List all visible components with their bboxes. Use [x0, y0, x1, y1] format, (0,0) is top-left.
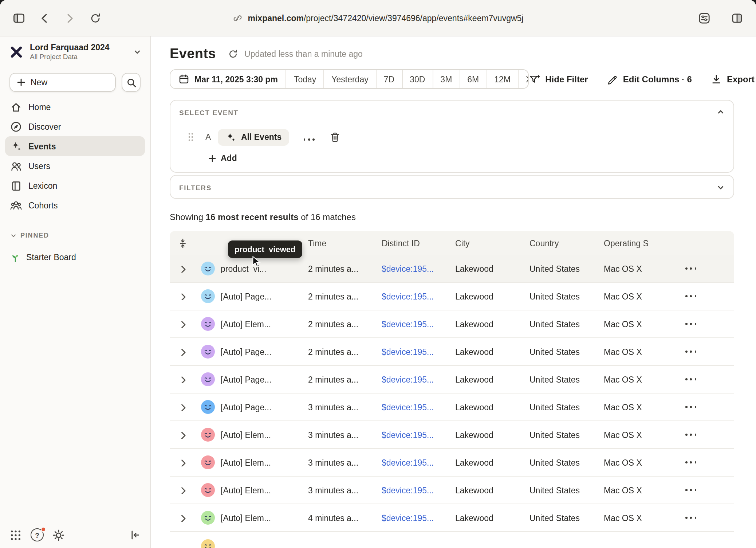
hide-filter-button[interactable]: Hide Filter: [528, 73, 588, 85]
table-row[interactable]: [Auto] Elem... 4 minutes a... $device:19…: [170, 504, 734, 532]
browser-sidebar-toggle-button[interactable]: [9, 8, 29, 28]
row-expand-button[interactable]: [170, 375, 196, 383]
row-menu-button[interactable]: [674, 267, 734, 270]
table-row[interactable]: [Auto] Page... 3 minutes a... $device:19…: [170, 394, 734, 421]
apps-grid-button[interactable]: [9, 529, 22, 541]
chevron-right-icon: [179, 375, 187, 383]
help-button[interactable]: ?: [31, 528, 44, 541]
export-button[interactable]: Export: [711, 74, 755, 85]
column-header-os[interactable]: Operating S: [604, 239, 674, 247]
row-expand-button[interactable]: [170, 320, 196, 328]
sidebar-item-home[interactable]: Home: [5, 97, 145, 117]
filter-icon: [528, 73, 540, 85]
back-button[interactable]: [34, 8, 55, 28]
os-cell: Mac OS X: [604, 347, 674, 356]
row-menu-button[interactable]: [674, 461, 734, 463]
row-expand-button[interactable]: [170, 486, 196, 494]
row-menu-button[interactable]: [674, 295, 734, 297]
sidebar-item-lexicon[interactable]: Lexicon: [5, 176, 145, 195]
table-row[interactable]: [Auto] Elem... 3 minutes a... $device:19…: [170, 477, 734, 504]
distinct-id-link[interactable]: $device:195...: [382, 264, 455, 273]
row-menu-button[interactable]: [674, 406, 734, 408]
row-expand-button[interactable]: [170, 265, 196, 273]
drag-handle[interactable]: [187, 131, 194, 143]
distinct-id-link[interactable]: $device:195...: [382, 292, 455, 301]
table-row[interactable]: [Auto] Page... 2 minutes a... $device:19…: [170, 338, 734, 366]
event-options-button[interactable]: [303, 130, 315, 144]
refresh-button[interactable]: [228, 49, 238, 59]
event-time-cell: 2 minutes a...: [308, 375, 382, 384]
event-selector-button[interactable]: All Events: [218, 129, 289, 145]
sidebar-item-discover[interactable]: Discover: [5, 117, 145, 136]
range-today[interactable]: Today: [286, 70, 323, 88]
table-row[interactable]: [Auto] Elem... 3 minutes a... $device:19…: [170, 449, 734, 477]
add-event-button[interactable]: Add: [208, 154, 237, 163]
reload-button[interactable]: [85, 8, 106, 28]
expand-filters-button[interactable]: [717, 184, 725, 192]
split-view-button[interactable]: [727, 8, 747, 28]
chevron-right-icon: [179, 320, 187, 328]
edit-columns-button[interactable]: Edit Columns · 6: [607, 74, 692, 85]
distinct-id-link[interactable]: $device:195...: [382, 403, 455, 411]
sidebar-item-cohorts[interactable]: Cohorts: [5, 195, 145, 215]
project-subtitle: All Project Data: [30, 52, 127, 60]
page-settings-button[interactable]: [694, 8, 714, 28]
distinct-id-link[interactable]: $device:195...: [382, 513, 455, 522]
row-menu-button[interactable]: [674, 434, 734, 436]
table-row[interactable]: [Auto] Elem... 2 minutes a... $device:19…: [170, 310, 734, 338]
row-expand-button[interactable]: [170, 348, 196, 356]
sidebar-item-users[interactable]: Users: [5, 156, 145, 176]
filters-header: FILTERS: [179, 184, 212, 192]
range-3m[interactable]: 3M: [432, 70, 459, 88]
distinct-id-link[interactable]: $device:195...: [382, 320, 455, 328]
address-bar[interactable]: mixpanel.com/project/3472420/view/397469…: [233, 0, 524, 36]
range-yesterday[interactable]: Yesterday: [323, 70, 375, 88]
distinct-id-link[interactable]: $device:195...: [382, 430, 455, 439]
row-expand-button[interactable]: [170, 514, 196, 522]
distinct-id-link[interactable]: $device:195...: [382, 486, 455, 494]
sidebar-item-events[interactable]: Events: [5, 136, 145, 156]
row-menu-button[interactable]: [674, 351, 734, 353]
row-menu-button[interactable]: [674, 489, 734, 491]
row-menu-button[interactable]: [674, 378, 734, 380]
distinct-id-link[interactable]: $device:195...: [382, 458, 455, 467]
sidebar-nav: Home Discover Events: [5, 97, 145, 215]
new-button[interactable]: New: [9, 73, 116, 92]
distinct-id-link[interactable]: $device:195...: [382, 375, 455, 384]
range-6m[interactable]: 6M: [459, 70, 486, 88]
range-xtd[interactable]: XTD: [518, 70, 528, 88]
link-icon: [233, 13, 243, 23]
date-picker-button[interactable]: Mar 11, 2025 3:30 pm: [170, 70, 286, 88]
column-header-city[interactable]: City: [455, 239, 529, 247]
forward-button[interactable]: [60, 8, 80, 28]
row-menu-button[interactable]: [674, 323, 734, 325]
project-switcher[interactable]: Lord Farquaad 2024 All Project Data: [0, 40, 150, 63]
sidebar-item-starter-board[interactable]: Starter Board: [5, 248, 145, 267]
collapse-sidebar-button[interactable]: [129, 529, 141, 541]
row-menu-button[interactable]: [674, 517, 734, 519]
smiley-face-icon: [201, 345, 215, 359]
pinned-section-toggle[interactable]: PINNED: [10, 232, 150, 239]
row-expand-button[interactable]: [170, 458, 196, 466]
collapse-all-rows-button[interactable]: [170, 237, 196, 249]
settings-button[interactable]: [52, 529, 65, 541]
row-expand-button[interactable]: [170, 403, 196, 411]
row-expand-button[interactable]: [170, 292, 196, 300]
range-12m[interactable]: 12M: [486, 70, 518, 88]
range-30d[interactable]: 30D: [402, 70, 432, 88]
delete-event-button[interactable]: [329, 131, 341, 143]
column-header-country[interactable]: Country: [529, 239, 604, 247]
results-summary: Showing 16 most recent results of 16 mat…: [170, 212, 756, 222]
table-row[interactable]: [Auto] Page... 2 minutes a... $device:19…: [170, 283, 734, 310]
table-row[interactable]: [170, 532, 734, 548]
table-row[interactable]: [Auto] Elem... 3 minutes a... $device:19…: [170, 421, 734, 449]
row-expand-button[interactable]: [170, 431, 196, 439]
column-header-distinct-id[interactable]: Distinct ID: [382, 239, 455, 247]
pencil-icon: [607, 74, 618, 85]
table-row[interactable]: [Auto] Page... 2 minutes a... $device:19…: [170, 366, 734, 394]
search-button[interactable]: [122, 73, 141, 92]
range-7d[interactable]: 7D: [376, 70, 402, 88]
distinct-id-link[interactable]: $device:195...: [382, 347, 455, 356]
collapse-panel-button[interactable]: [717, 108, 725, 116]
column-header-time[interactable]: Time: [308, 239, 382, 247]
